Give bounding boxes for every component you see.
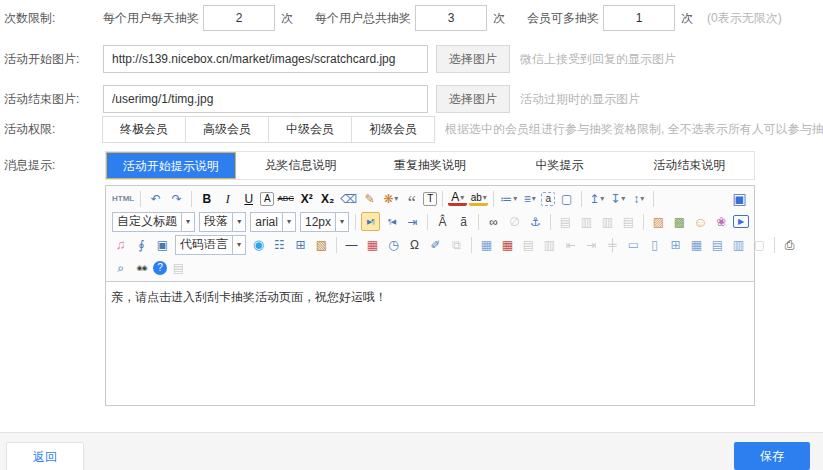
font-border-icon[interactable]: A [260,192,274,206]
font-size-select[interactable]: 12px▾ [300,212,349,232]
chevron-down-icon[interactable]: ▾ [232,236,245,254]
insert-code-icon[interactable]: ▣ [153,235,172,254]
end-image-pick-button[interactable]: 选择图片 [436,85,510,113]
template-icon[interactable]: ▧ [312,235,331,254]
merge-cells-icon[interactable]: ⊞ [666,235,685,254]
member-option-junior[interactable]: 初级会员 [351,116,435,143]
delete-table-icon[interactable]: ▦ [498,235,517,254]
select-all-icon[interactable]: a [541,192,555,206]
start-image-pick-button[interactable]: 选择图片 [436,45,510,73]
pagebreak-icon[interactable]: ☷ [270,235,289,254]
chevron-down-icon[interactable]: ▾ [335,213,348,231]
music-icon[interactable]: ♫ [111,235,130,254]
table-header-icon[interactable]: ▤ [708,235,727,254]
member-option-senior[interactable]: 高级会员 [185,116,269,143]
permission-row: 活动权限: 终极会员 高级会员 中级会员 初级会员 根据选中的会员组进行参与抽奖… [0,115,823,143]
end-image-input[interactable] [103,85,428,113]
chevron-down-icon: ▾ [394,190,398,208]
font-size-select-value: 12px [301,215,335,229]
find-replace-icon[interactable]: ◉◉ [132,258,151,277]
insert-video-icon[interactable]: ▶ [733,215,749,228]
paste-text-icon[interactable]: T [423,192,437,206]
paragraph-select[interactable]: 段落▾ [199,212,246,232]
total-limit-input[interactable] [415,5,487,31]
merge-down-icon[interactable]: ▯ [645,235,664,254]
font-color-icon[interactable]: A▾ [448,191,467,206]
special-chars-icon[interactable]: Ω [405,235,424,254]
paragraph-space-before-icon[interactable]: ↥▾ [587,189,606,208]
undo-icon[interactable]: ↶ [146,189,165,208]
scrawl-icon[interactable]: ❀ [712,212,731,231]
underline-icon[interactable]: U [239,189,258,208]
chevron-down-icon[interactable]: ▾ [232,213,245,231]
bold-icon[interactable]: B [197,189,216,208]
member-extra-limit-input[interactable] [603,5,675,31]
rtl-icon[interactable]: ¶◀ [382,212,401,231]
table-full-width-icon[interactable]: ▦ [687,235,706,254]
subscript-icon[interactable]: X₂ [318,189,337,208]
redo-icon[interactable]: ↷ [167,189,186,208]
anchor-icon[interactable]: ⚓ [526,212,545,231]
print-icon[interactable]: ⎙ [780,235,799,254]
insert-frame-icon[interactable]: ⊞ [291,235,310,254]
emotion-icon[interactable]: ☺ [691,212,710,231]
custom-title-select[interactable]: 自定义标题▾ [112,212,195,232]
tab-repeat-draw[interactable]: 重复抽奖说明 [365,152,495,179]
horizontal-rule-icon[interactable]: — [342,235,361,254]
image-center-icon: ▥ [577,212,596,231]
indent-paragraph-icon[interactable]: ⇥ [403,212,422,231]
start-image-input[interactable] [103,45,428,73]
source-html-icon[interactable]: HTML [111,189,135,208]
merge-right-icon[interactable]: ▭ [624,235,643,254]
footer-bar: 返回 保存 [0,432,823,470]
tab-redeem-info[interactable]: 兑奖信息说明 [236,152,366,179]
strikethrough-icon[interactable]: ABC [276,189,295,208]
tab-activity-start-tip[interactable]: 活动开始提示说明 [106,152,236,179]
chevron-down-icon: ▾ [621,190,625,208]
save-button[interactable]: 保存 [734,442,810,470]
tab-activity-end[interactable]: 活动结束说明 [624,152,754,179]
limits-label: 次数限制: [0,10,103,27]
code-language-select[interactable]: 代码语言▾ [175,235,246,255]
superscript-icon[interactable]: X² [297,189,316,208]
link-icon[interactable]: ∞ [484,212,503,231]
to-lowercase-icon[interactable]: ã [454,212,473,231]
unlink-icon: ∅ [505,212,524,231]
unordered-list-icon[interactable]: ≡▾ [520,189,539,208]
formula-icon[interactable]: ✐ [426,235,445,254]
table-title-icon[interactable]: ▥ [729,235,748,254]
italic-icon[interactable]: I [218,189,237,208]
chevron-down-icon: ▾ [600,190,604,208]
auto-typeset-icon[interactable]: ❋▾ [381,189,400,208]
back-button[interactable]: 返回 [6,442,84,470]
ordered-list-icon[interactable]: ≔▾ [499,189,518,208]
chevron-down-icon[interactable]: ▾ [181,213,194,231]
paragraph-space-after-icon[interactable]: ↧▾ [608,189,627,208]
fullscreen-icon[interactable]: ▣ [730,189,749,208]
blockquote-icon[interactable]: “ [402,189,421,208]
editor-content[interactable]: 亲，请点击进入刮刮卡抽奖活动页面，祝您好运哦！ [106,282,754,405]
chevron-down-icon[interactable]: ▾ [282,213,295,231]
date-icon[interactable]: ▦ [363,235,382,254]
map-icon[interactable]: ◉ [249,235,268,254]
member-group: 终极会员 高级会员 中级会员 初级会员 [103,116,435,143]
snapscreen-icon[interactable]: ▩ [670,212,689,231]
clear-doc-icon[interactable]: ▢ [557,189,576,208]
preview-icon[interactable]: ⌕ [111,258,130,277]
eraser-icon[interactable]: ⌫ [339,189,358,208]
attachment-icon[interactable]: ∮ [132,235,151,254]
to-uppercase-icon[interactable]: Â [433,212,452,231]
highlight-color-icon[interactable]: ab▾ [469,191,488,206]
format-painter-icon[interactable]: ✎ [360,189,379,208]
daily-limit-input[interactable] [203,5,275,31]
font-family-select[interactable]: arial▾ [250,212,296,232]
tab-win-tip[interactable]: 中奖提示 [495,152,625,179]
help-icon[interactable]: ? [153,261,167,275]
member-option-ultimate[interactable]: 终极会员 [102,116,186,143]
insert-table-icon[interactable]: ▦ [477,235,496,254]
line-height-icon[interactable]: ↕▾ [629,189,648,208]
ltr-icon[interactable]: ▶¶ [361,212,380,231]
time-icon[interactable]: ◷ [384,235,403,254]
insert-image-icon[interactable]: ▨ [649,212,668,231]
member-option-middle[interactable]: 中级会员 [268,116,352,143]
